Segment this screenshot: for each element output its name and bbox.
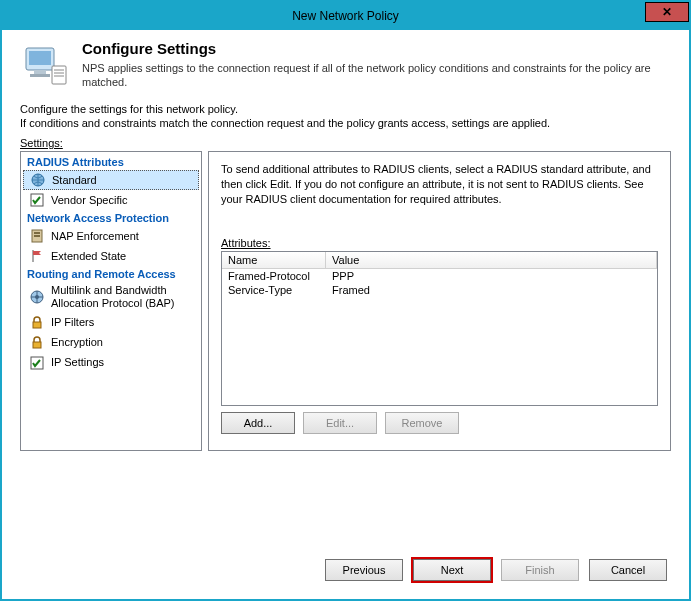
table-row[interactable]: Framed-Protocol PPP bbox=[222, 269, 657, 283]
tree-item-standard[interactable]: Standard bbox=[23, 170, 199, 190]
finish-button[interactable]: Finish bbox=[501, 559, 579, 581]
checkbox-icon bbox=[29, 355, 45, 371]
table-header: Name Value bbox=[222, 252, 657, 269]
tree-item-bap[interactable]: Multilink and Bandwidth Allocation Proto… bbox=[21, 282, 201, 312]
intro-line1: Configure the settings for this network … bbox=[20, 102, 671, 117]
svg-rect-19 bbox=[33, 342, 41, 348]
table-row[interactable]: Service-Type Framed bbox=[222, 283, 657, 297]
category-radius: RADIUS Attributes bbox=[21, 154, 201, 170]
cell-value: Framed bbox=[326, 283, 657, 297]
flag-icon bbox=[29, 248, 45, 264]
titlebar: New Network Policy ✕ bbox=[2, 2, 689, 30]
col-name[interactable]: Name bbox=[222, 252, 326, 268]
edit-button[interactable]: Edit... bbox=[303, 412, 377, 434]
cell-value: PPP bbox=[326, 269, 657, 283]
network-icon bbox=[29, 289, 45, 305]
page-title: Configure Settings bbox=[82, 40, 675, 57]
content-panel: To send additional attributes to RADIUS … bbox=[208, 151, 671, 451]
category-routing: Routing and Remote Access bbox=[21, 266, 201, 282]
globe-icon bbox=[30, 172, 46, 188]
lock-icon bbox=[29, 315, 45, 331]
policy-icon bbox=[22, 40, 70, 88]
settings-tree: RADIUS Attributes Standard Vendor Specif… bbox=[20, 151, 202, 451]
tree-label: NAP Enforcement bbox=[51, 230, 139, 243]
intro-line2: If conditions and constraints match the … bbox=[20, 116, 671, 131]
wizard-footer: Previous Next Finish Cancel bbox=[325, 559, 667, 581]
server-icon bbox=[29, 228, 45, 244]
header: Configure Settings NPS applies settings … bbox=[2, 30, 689, 98]
close-icon: ✕ bbox=[662, 5, 672, 19]
content-description: To send additional attributes to RADIUS … bbox=[221, 162, 658, 207]
svg-rect-4 bbox=[52, 66, 66, 84]
cell-name: Framed-Protocol bbox=[222, 269, 326, 283]
page-description: NPS applies settings to the connection r… bbox=[82, 61, 675, 90]
col-value[interactable]: Value bbox=[326, 252, 657, 268]
checkbox-icon bbox=[29, 192, 45, 208]
intro-text: Configure the settings for this network … bbox=[2, 98, 689, 138]
lock-icon bbox=[29, 335, 45, 351]
tree-label: Extended State bbox=[51, 250, 126, 263]
remove-button[interactable]: Remove bbox=[385, 412, 459, 434]
window-title: New Network Policy bbox=[292, 9, 399, 23]
svg-rect-3 bbox=[30, 74, 50, 77]
tree-label: Standard bbox=[52, 174, 97, 187]
tree-item-vendor-specific[interactable]: Vendor Specific bbox=[21, 190, 201, 210]
tree-label: Encryption bbox=[51, 336, 103, 349]
attribute-buttons: Add... Edit... Remove bbox=[221, 412, 658, 434]
tree-label: IP Filters bbox=[51, 316, 94, 329]
header-text: Configure Settings NPS applies settings … bbox=[82, 40, 675, 90]
tree-item-nap-enforcement[interactable]: NAP Enforcement bbox=[21, 226, 201, 246]
dialog-window: New Network Policy ✕ Configure Settings … bbox=[0, 0, 691, 601]
settings-label: Settings: bbox=[2, 137, 689, 151]
attributes-label: Attributes: bbox=[221, 237, 658, 249]
svg-rect-1 bbox=[29, 51, 51, 65]
next-button[interactable]: Next bbox=[413, 559, 491, 581]
tree-label: Multilink and Bandwidth Allocation Proto… bbox=[51, 284, 195, 310]
close-button[interactable]: ✕ bbox=[645, 2, 689, 22]
tree-label: Vendor Specific bbox=[51, 194, 127, 207]
tree-item-ip-filters[interactable]: IP Filters bbox=[21, 313, 201, 333]
tree-item-ip-settings[interactable]: IP Settings bbox=[21, 353, 201, 373]
cell-name: Service-Type bbox=[222, 283, 326, 297]
add-button[interactable]: Add... bbox=[221, 412, 295, 434]
attributes-table[interactable]: Name Value Framed-Protocol PPP Service-T… bbox=[221, 251, 658, 406]
tree-item-encryption[interactable]: Encryption bbox=[21, 333, 201, 353]
category-nap: Network Access Protection bbox=[21, 210, 201, 226]
tree-item-extended-state[interactable]: Extended State bbox=[21, 246, 201, 266]
svg-rect-2 bbox=[34, 70, 46, 74]
tree-label: IP Settings bbox=[51, 356, 104, 369]
cancel-button[interactable]: Cancel bbox=[589, 559, 667, 581]
svg-rect-18 bbox=[33, 322, 41, 328]
previous-button[interactable]: Previous bbox=[325, 559, 403, 581]
svg-rect-11 bbox=[34, 232, 40, 234]
svg-rect-12 bbox=[34, 235, 40, 237]
